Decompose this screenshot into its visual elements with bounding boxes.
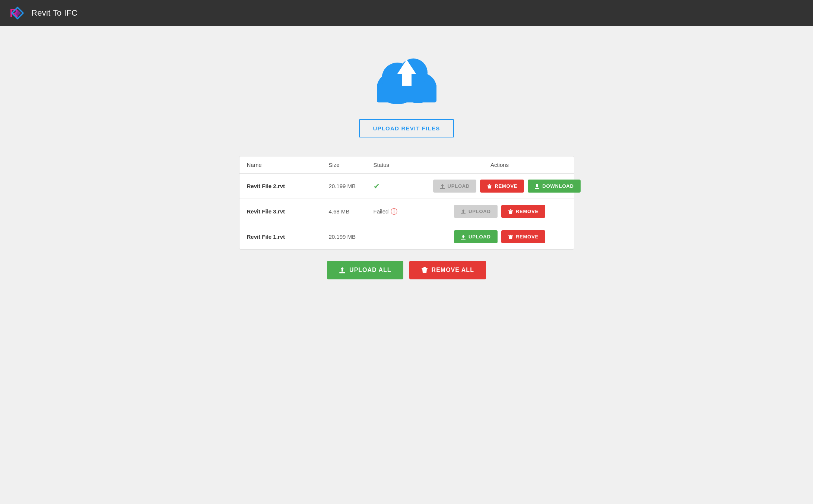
upload-icon [461, 234, 466, 240]
file-actions: UPLOAD REMOVE DOWNLOAD [433, 180, 581, 193]
svg-rect-12 [489, 184, 490, 185]
file-name: Revit File 1.rvt [247, 234, 329, 240]
svg-marker-23 [340, 267, 344, 272]
svg-rect-17 [508, 210, 513, 211]
file-status: ✔︎ [374, 182, 433, 191]
svg-rect-7 [377, 84, 436, 102]
file-actions: UPLOAD REMOVE [433, 230, 566, 243]
svg-rect-22 [510, 235, 511, 235]
svg-rect-14 [535, 188, 539, 189]
svg-rect-10 [440, 188, 445, 189]
upload-revit-files-button[interactable]: UPLOAD REVIT FILES [359, 119, 454, 137]
trash-icon [487, 184, 492, 189]
app-title: Revit To IFC [31, 8, 77, 18]
file-status: Failed ⓘ [374, 207, 433, 216]
main-content: UPLOAD REVIT FILES Name Size Status Acti… [0, 26, 813, 302]
file-size: 4.68 MB [329, 208, 374, 215]
svg-rect-26 [423, 267, 426, 268]
svg-marker-13 [536, 184, 539, 188]
status-failed-text: Failed [374, 208, 389, 215]
status-failed-icon: ⓘ [391, 207, 397, 216]
remove-button[interactable]: REMOVE [501, 230, 545, 243]
upload-all-icon [339, 267, 346, 273]
table-row: Revit File 1.rvt 20.199 MB UPLOAD [239, 224, 574, 249]
status-success-icon: ✔︎ [374, 182, 380, 191]
bottom-actions: UPLOAD ALL REMOVE ALL [327, 261, 486, 279]
download-icon [534, 184, 540, 189]
trash-icon [508, 209, 513, 214]
upload-button-disabled: UPLOAD [433, 180, 477, 193]
trash-icon [508, 234, 513, 240]
upload-all-button[interactable]: UPLOAD ALL [327, 261, 403, 279]
svg-rect-11 [487, 185, 492, 186]
svg-marker-9 [441, 184, 444, 188]
download-button[interactable]: DOWNLOAD [528, 180, 580, 193]
remove-all-button[interactable]: REMOVE ALL [409, 261, 486, 279]
svg-rect-24 [339, 272, 345, 273]
table-header: Name Size Status Actions [239, 156, 574, 174]
remove-button[interactable]: REMOVE [501, 205, 545, 218]
col-status: Status [374, 162, 433, 168]
cloud-upload-icon [369, 48, 444, 108]
svg-rect-21 [508, 235, 513, 236]
file-name: Revit File 3.rvt [247, 208, 329, 215]
svg-rect-16 [461, 213, 466, 214]
file-actions: UPLOAD REMOVE [433, 205, 566, 218]
app-logo: R [9, 4, 26, 22]
col-name: Name [247, 162, 329, 168]
file-name: Revit File 2.rvt [247, 183, 329, 189]
file-size: 20.199 MB [329, 234, 374, 240]
col-actions: Actions [433, 162, 566, 168]
upload-button[interactable]: UPLOAD [454, 230, 498, 243]
col-size: Size [329, 162, 374, 168]
table-row: Revit File 3.rvt 4.68 MB Failed ⓘ UPLOAD [239, 199, 574, 224]
upload-icon [461, 209, 466, 214]
upload-button-disabled: UPLOAD [454, 205, 498, 218]
svg-rect-18 [510, 209, 511, 210]
trash-all-icon [421, 267, 428, 273]
file-size: 20.199 MB [329, 183, 374, 189]
remove-button[interactable]: REMOVE [480, 180, 524, 193]
svg-rect-25 [422, 268, 428, 269]
app-header: R Revit To IFC [0, 0, 813, 26]
file-table: Name Size Status Actions Revit File 2.rv… [239, 156, 574, 250]
svg-marker-15 [462, 209, 465, 213]
svg-marker-19 [462, 235, 465, 238]
svg-rect-20 [461, 239, 466, 240]
upload-icon [440, 184, 445, 189]
table-row: Revit File 2.rvt 20.199 MB ✔︎ UPLOAD [239, 174, 574, 199]
